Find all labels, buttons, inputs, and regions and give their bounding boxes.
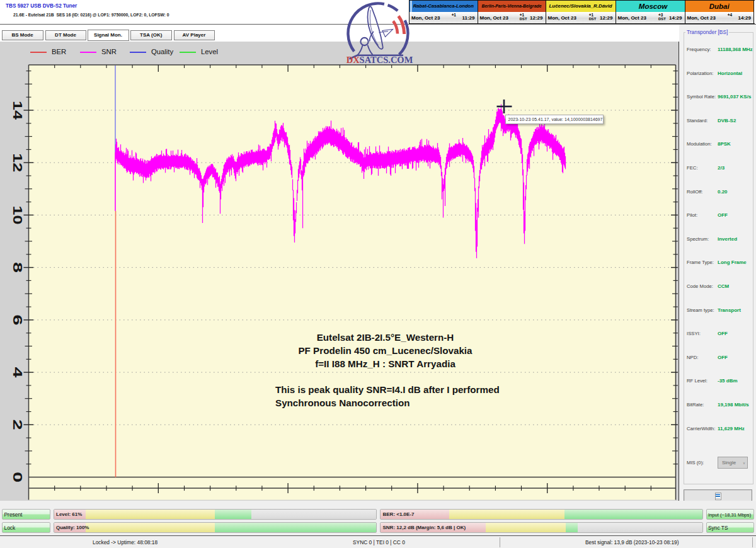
svg-text:DXSATCS.COM: DXSATCS.COM bbox=[346, 55, 413, 65]
svg-text:10: 10 bbox=[11, 205, 25, 224]
svg-text:4: 4 bbox=[11, 367, 25, 379]
svg-text:8: 8 bbox=[11, 262, 25, 273]
svg-text:2: 2 bbox=[11, 420, 25, 430]
svg-text:14: 14 bbox=[11, 101, 25, 120]
svg-text:6: 6 bbox=[11, 314, 25, 325]
svg-text:0: 0 bbox=[11, 472, 25, 482]
svg-text:12: 12 bbox=[11, 153, 25, 172]
